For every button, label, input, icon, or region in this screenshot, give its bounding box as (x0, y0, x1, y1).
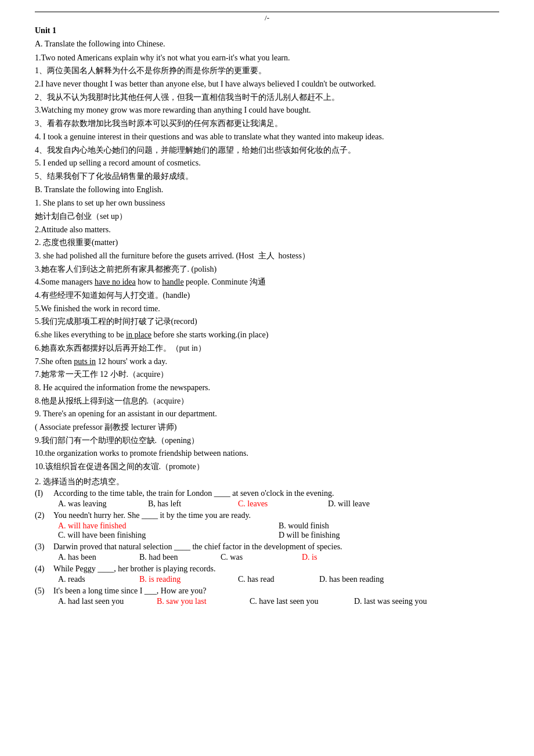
choice-d: D. last was seeing you (354, 597, 453, 606)
question-row: (I) According to the time table, the tra… (35, 489, 499, 498)
choice-c: C. leaves (238, 499, 328, 509)
mcq-section: (I) According to the time table, the tra… (35, 489, 499, 606)
section-b-items: 1. She plans to set up her own bussiness… (35, 197, 499, 473)
list-item: 10.the organization works to promote fri… (35, 447, 499, 460)
choice-d: D. is (302, 553, 371, 562)
list-item: 5.我们完成那项工程的时间打破了记录(record) (35, 315, 499, 328)
list-item: 4、我发自内心地关心她们的问题，并能理解她们的愿望，给她们出些该如何化妆的点子。 (35, 144, 499, 157)
list-item: 9.我们部门有一个助理的职位空缺.（opening） (35, 434, 499, 447)
list-item: 8. He acquired the information frome the… (35, 381, 499, 394)
list-item: 3. she had polished all the furniture be… (35, 250, 499, 262)
section-a-items: 1.Two noted Americans explain why it's n… (35, 52, 499, 183)
list-item: 2.I have never thought I was better than… (35, 78, 499, 91)
question-row: (5) It's been a long time since I ___, H… (35, 586, 499, 596)
choice-a: A. was leaving (58, 499, 148, 509)
question-text: According to the time table, the train f… (53, 489, 334, 498)
choice-d: D will be finishing (279, 531, 499, 540)
choices-row: A. will have finished B. would finish C.… (58, 521, 499, 540)
choice-b: B. saw you last (157, 597, 250, 606)
list-item: 4.Some managers have no idea how to hand… (35, 276, 499, 289)
mcq-item-4: (4) While Peggy ____, her brother is pla… (35, 564, 499, 584)
list-item: 1. She plans to set up her own bussiness (35, 197, 499, 210)
unit-title: Unit 1 (35, 26, 499, 35)
choices-row: A. has been B. had been C. was D. is (58, 553, 499, 562)
list-item: 2.Attitude also matters. (35, 224, 499, 236)
choice-b: B. is reading (139, 575, 238, 584)
question-text: It's been a long time since I ___, How a… (53, 586, 206, 596)
section-b-label: B. Translate the following into English. (35, 183, 499, 196)
question-text: Darwin proved that natural selection ___… (53, 542, 342, 552)
choice-a: A. will have finished (58, 521, 279, 531)
list-item: 8.他是从报纸上得到这一信息的.（acquire） (35, 395, 499, 408)
mcq-item-2: (2) You needn't hurry her. She ____ it b… (35, 511, 499, 540)
choice-a: A. had last seen you (58, 597, 157, 606)
list-item: 1.Two noted Americans explain why it's n… (35, 52, 499, 64)
choice-b: B, has left (148, 499, 238, 509)
list-item: 2. 态度也很重要(matter) (35, 236, 499, 249)
top-divider (35, 12, 499, 12)
mcq-item-5: (5) It's been a long time since I ___, H… (35, 586, 499, 606)
list-item: 4. I took a genuine interest in their qu… (35, 131, 499, 143)
choice-b: B. had been (139, 553, 221, 562)
list-item: 5.We finished the work in record time. (35, 303, 499, 315)
question-number: (4) (35, 564, 51, 574)
choice-c: C. has read (238, 575, 319, 584)
list-item: 2、我从不认为我那时比其他任何人强，但我一直相信我当时干的活儿别人都赶不上。 (35, 91, 499, 104)
question-number: (2) (35, 511, 51, 520)
question-number: (3) (35, 542, 51, 552)
list-item: 3.Watching my money grow was more reward… (35, 104, 499, 117)
list-item: 6.她喜欢东西都摆好以后再开始工作。（put in） (35, 342, 499, 355)
choice-b: B. would finish (279, 521, 499, 531)
question-number: (I) (35, 489, 51, 498)
list-item: 4.有些经理不知道如何与人打交道。(handle) (35, 289, 499, 302)
mcq-item-3: (3) Darwin proved that natural selection… (35, 542, 499, 562)
question-text: While Peggy ____, her brother is playing… (53, 564, 216, 574)
question-row: (2) You needn't hurry her. She ____ it b… (35, 511, 499, 520)
list-item: 3、看着存款数增加比我当时原本可以买到的任何东西都更让我满足。 (35, 117, 499, 130)
list-item: 5. I ended up selling a record amount of… (35, 157, 499, 170)
choice-d: D. has been reading (319, 575, 412, 584)
choice-c: C. will have been finishing (58, 531, 279, 540)
list-item: 她计划自己创业（set up） (35, 210, 499, 223)
list-item: 7.她常常一天工作 12 小时.（acquire） (35, 368, 499, 381)
choices-row: A. had last seen you B. saw you last C. … (58, 597, 499, 606)
list-item: 3.她在客人们到达之前把所有家具都擦亮了. (polish) (35, 263, 499, 276)
list-item: 10.该组织旨在促进各国之间的友谊.（promote） (35, 460, 499, 473)
choice-c: C. was (221, 553, 302, 562)
list-item: ( Associate prefessor 副教授 lecturer 讲师) (35, 421, 499, 434)
page-number: /- (35, 13, 499, 23)
section-a-label: A. Translate the following into Chinese. (35, 38, 499, 51)
mcq-item-1: (I) According to the time table, the tra… (35, 489, 499, 509)
choice-a: A. reads (58, 575, 139, 584)
question-number: (5) (35, 586, 51, 596)
choice-a: A. has been (58, 553, 139, 562)
choices-row: A. was leaving B, has left C. leaves D. … (58, 499, 499, 509)
list-item: 5、结果我创下了化妆品销售量的最好成绩。 (35, 170, 499, 183)
question-text: You needn't hurry her. She ____ it by th… (53, 511, 251, 520)
list-item: 9. There's an opening for an assistant i… (35, 408, 499, 420)
choices-row: A. reads B. is reading C. has read D. ha… (58, 575, 499, 584)
list-item: 6.she likes everything to be in place be… (35, 329, 499, 341)
question-row: (3) Darwin proved that natural selection… (35, 542, 499, 552)
section-2-label: 2. 选择适当的时态填空。 (35, 476, 499, 488)
choice-c: C. have last seen you (250, 597, 354, 606)
question-row: (4) While Peggy ____, her brother is pla… (35, 564, 499, 574)
choice-d: D. will leave (328, 499, 418, 509)
list-item: 7.She often puts in 12 hours' work a day… (35, 355, 499, 368)
list-item: 1、两位美国名人解释为什么不是你所挣的而是你所学的更重要。 (35, 64, 499, 77)
